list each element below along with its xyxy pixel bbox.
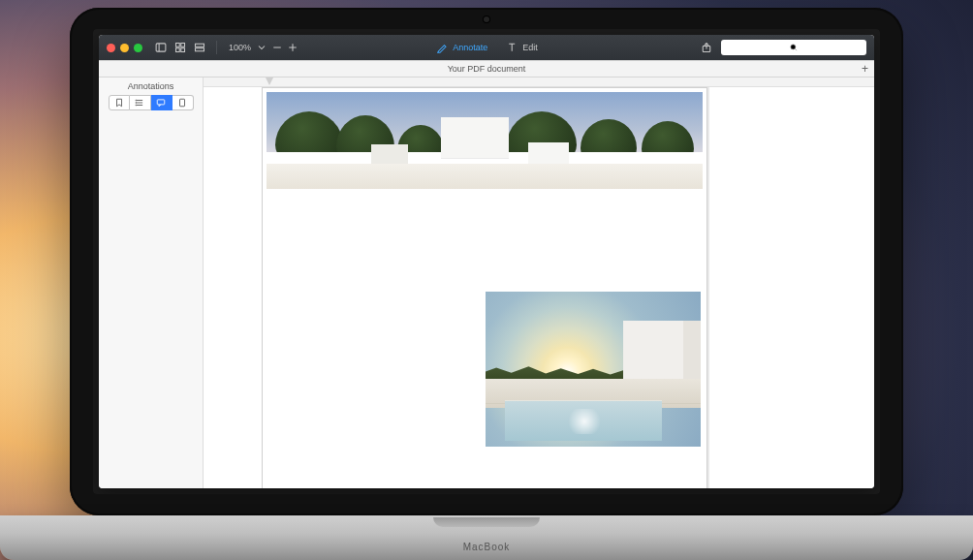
zoom-control: 100% [227, 41, 299, 54]
document-page[interactable] [262, 87, 707, 488]
svg-rect-7 [196, 48, 204, 51]
annotations-icon[interactable] [151, 95, 173, 110]
minimize-button[interactable] [120, 44, 129, 52]
search-icon [789, 43, 799, 52]
document-tab[interactable]: Your PDF document [448, 64, 526, 74]
zoom-value[interactable]: 100% [227, 43, 253, 52]
new-tab-button[interactable]: + [862, 62, 868, 76]
annotate-label: Annotate [453, 43, 487, 52]
svg-rect-3 [181, 44, 185, 47]
toolbar-divider [216, 41, 217, 54]
svg-rect-4 [176, 48, 180, 52]
bookmark-icon[interactable] [109, 95, 130, 110]
document-image-bottom[interactable] [486, 292, 701, 447]
svg-point-12 [791, 45, 796, 49]
annotate-icon [435, 41, 449, 54]
app-window: 100% Annotat [99, 35, 874, 488]
sidebar-toggle-icon[interactable] [154, 41, 168, 54]
laptop-brand: MacBook [463, 542, 511, 552]
search-input[interactable] [721, 40, 866, 55]
document-tab-bar: Your PDF document + [99, 60, 874, 78]
svg-rect-6 [196, 44, 204, 47]
laptop-base: MacBook [0, 515, 973, 560]
ruler-indent-marker[interactable] [266, 78, 273, 85]
laptop-notch [433, 517, 540, 527]
svg-rect-5 [181, 48, 185, 52]
outline-icon[interactable] [130, 95, 151, 110]
edit-label: Edit [522, 43, 538, 52]
titlebar: 100% Annotat [99, 35, 874, 60]
close-button[interactable] [107, 44, 115, 52]
edit-text-icon [505, 41, 518, 54]
share-icon[interactable] [700, 41, 713, 54]
content-area: Annotations [99, 78, 874, 488]
svg-rect-20 [157, 100, 165, 105]
ruler [204, 78, 874, 87]
svg-point-18 [136, 103, 137, 104]
sidebar-tabs [99, 93, 203, 114]
svg-line-13 [795, 48, 797, 50]
svg-point-19 [136, 105, 137, 106]
sidebar-body [99, 114, 203, 488]
document-image-top[interactable] [267, 92, 703, 189]
svg-point-17 [136, 100, 137, 101]
sidebar-title: Annotations [99, 78, 203, 93]
laptop-frame: 100% Annotat [70, 8, 903, 515]
svg-rect-21 [180, 99, 185, 107]
laptop-screen: 100% Annotat [93, 29, 880, 494]
svg-rect-2 [176, 44, 180, 47]
center-toolbar: Annotate Edit [435, 41, 538, 54]
edit-button[interactable]: Edit [505, 41, 538, 54]
right-toolbar [700, 40, 866, 55]
annotate-button[interactable]: Annotate [435, 41, 487, 54]
zoom-in-button[interactable] [286, 41, 299, 54]
maximize-button[interactable] [134, 44, 142, 52]
svg-rect-0 [156, 44, 166, 51]
document-viewport[interactable] [204, 78, 874, 488]
zoom-out-button[interactable] [270, 41, 284, 54]
view-mode-icon[interactable] [193, 41, 206, 54]
chevron-down-icon[interactable] [255, 41, 268, 54]
thumbnails-view-icon[interactable] [173, 41, 187, 54]
thumbnails-icon[interactable] [173, 95, 194, 110]
window-controls [107, 44, 142, 52]
sidebar: Annotations [99, 78, 204, 488]
